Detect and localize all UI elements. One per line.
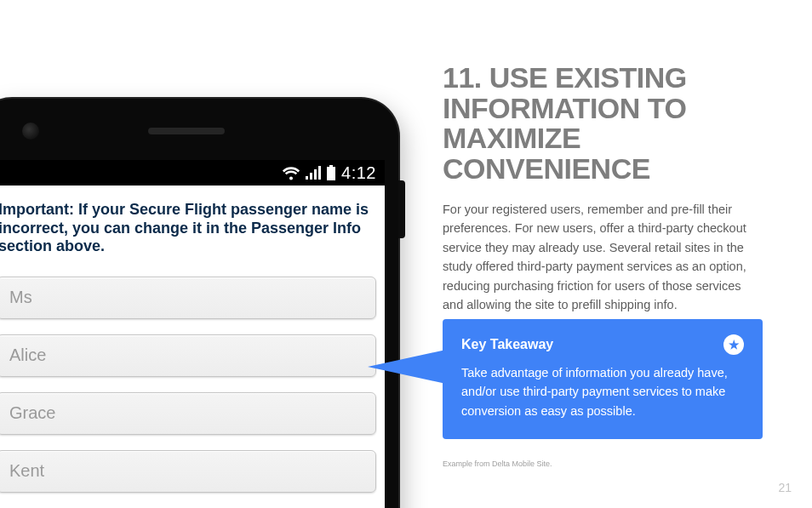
middle-name-field[interactable]: Grace bbox=[0, 392, 376, 435]
phone-screen: 4:12 Important: If your Secure Flight pa… bbox=[0, 160, 385, 508]
callout-header: Key Takeaway ★ bbox=[461, 334, 744, 355]
phone-power-button-icon bbox=[398, 180, 405, 238]
image-caption: Example from Delta Mobile Site. bbox=[443, 459, 552, 468]
form-content: Important: If your Secure Flight passeng… bbox=[0, 186, 385, 493]
first-name-field[interactable]: Alice bbox=[0, 334, 376, 377]
key-takeaway-callout: Key Takeaway ★ Take advantage of informa… bbox=[443, 319, 763, 439]
wifi-icon bbox=[282, 165, 300, 180]
phone-frame: 4:12 Important: If your Secure Flight pa… bbox=[0, 99, 398, 508]
phone-speaker-icon bbox=[148, 128, 225, 134]
first-name-value: Alice bbox=[9, 345, 46, 365]
phone-camera-icon bbox=[22, 123, 39, 140]
star-icon: ★ bbox=[723, 334, 744, 355]
article-heading: 11. USE EXISTING INFORMATION TO MAXIMIZE… bbox=[443, 63, 763, 185]
page: 4:12 Important: If your Secure Flight pa… bbox=[0, 0, 812, 508]
callout-title: Key Takeaway bbox=[461, 337, 553, 352]
status-clock: 4:12 bbox=[341, 163, 376, 183]
page-number: 21 bbox=[778, 481, 792, 494]
title-field[interactable]: Ms bbox=[0, 277, 376, 319]
middle-name-value: Grace bbox=[9, 403, 55, 423]
notice-text: Important: If your Secure Flight passeng… bbox=[0, 201, 376, 268]
callout-pointer-icon bbox=[368, 350, 446, 384]
article-body: For your registered users, remember and … bbox=[443, 200, 763, 315]
title-field-value: Ms bbox=[9, 288, 32, 307]
last-name-field[interactable]: Kent bbox=[0, 450, 376, 493]
last-name-value: Kent bbox=[9, 461, 44, 481]
article-column: 11. USE EXISTING INFORMATION TO MAXIMIZE… bbox=[443, 63, 763, 315]
battery-icon bbox=[326, 165, 336, 180]
cell-signal-icon bbox=[306, 166, 321, 180]
callout-body: Take advantage of information you alread… bbox=[461, 363, 744, 420]
status-bar: 4:12 bbox=[0, 160, 385, 186]
